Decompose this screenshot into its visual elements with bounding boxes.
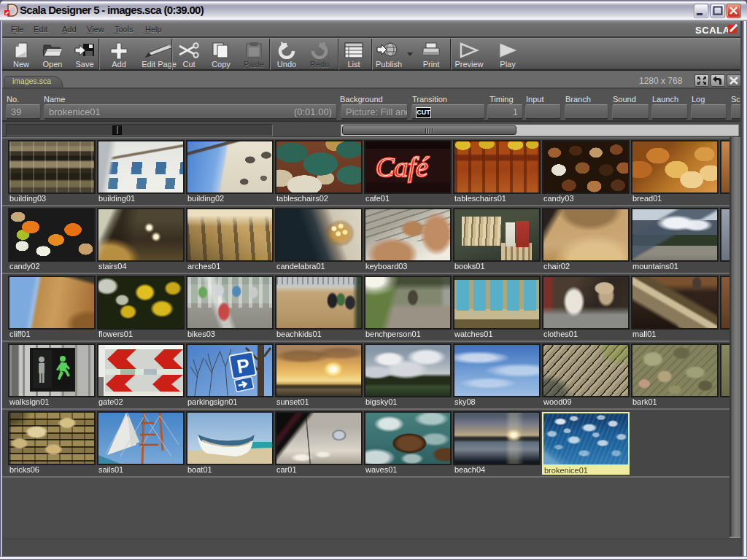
svg-text:Café: Café [376, 152, 430, 182]
